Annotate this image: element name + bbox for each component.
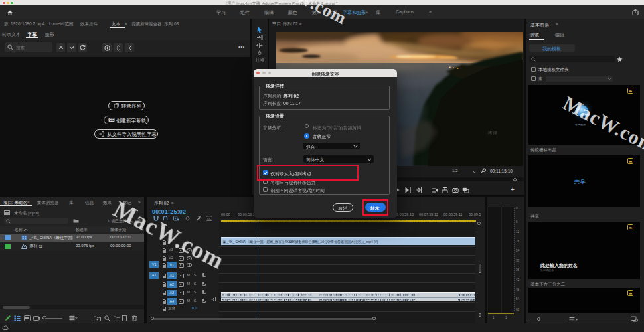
svg-text:CC: CC [207,217,211,220]
svg-text:CC: CC [109,118,114,122]
